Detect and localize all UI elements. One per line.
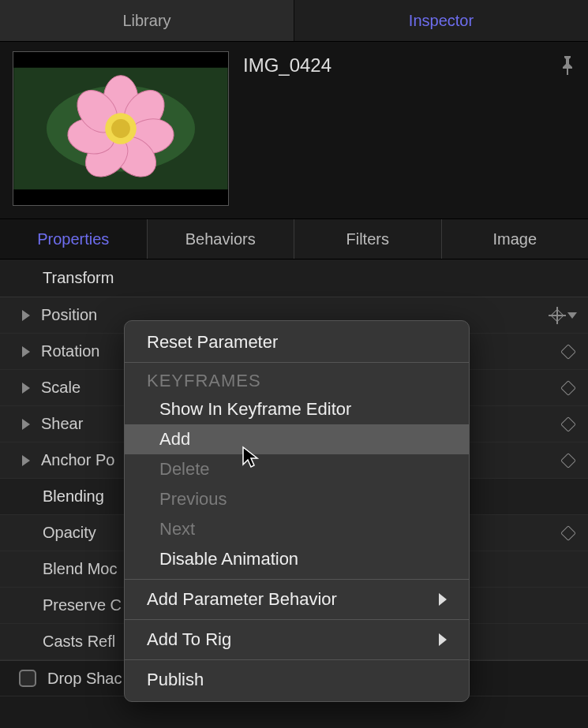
menu-add-parameter-behavior[interactable]: Add Parameter Behavior [125, 584, 469, 614]
keyframe-control[interactable] [563, 455, 577, 466]
row-label: Opacity [43, 524, 96, 542]
row-label: Shear [41, 415, 83, 433]
row-label: Drop Shac [47, 670, 122, 688]
chevron-down-icon[interactable] [567, 312, 577, 319]
chevron-right-icon[interactable] [22, 383, 30, 394]
clip-thumbnail[interactable] [13, 51, 229, 206]
menu-separator [125, 619, 469, 620]
menu-delete-keyframe: Delete [125, 454, 469, 484]
top-tab-bar: Library Inspector [0, 0, 588, 41]
menu-separator [125, 362, 469, 363]
subtab-behaviors[interactable]: Behaviors [148, 219, 295, 259]
section-label: Blending [43, 487, 104, 506]
row-label: Position [41, 306, 97, 324]
menu-next-keyframe: Next [125, 514, 469, 544]
keyframe-diamond-icon [560, 344, 576, 360]
menu-item-label: Add To Rig [147, 629, 231, 650]
inspector-tab-bar: Properties Behaviors Filters Image [0, 218, 588, 259]
section-transform[interactable]: Transform [0, 259, 588, 297]
menu-previous-keyframe: Previous [125, 484, 469, 514]
menu-publish[interactable]: Publish [125, 665, 469, 695]
svg-point-11 [111, 119, 130, 138]
chevron-right-icon [439, 633, 447, 646]
pin-icon[interactable] [560, 54, 575, 80]
row-label: Scale [41, 379, 81, 397]
menu-disable-animation[interactable]: Disable Animation [125, 544, 469, 574]
menu-add-keyframe[interactable]: Add [125, 424, 469, 454]
menu-add-to-rig[interactable]: Add To Rig [125, 625, 469, 655]
chevron-right-icon[interactable] [22, 455, 30, 466]
keyframe-control[interactable] [563, 528, 577, 539]
row-label: Blend Moc [43, 560, 118, 578]
menu-show-in-keyframe-editor[interactable]: Show In Keyframe Editor [125, 394, 469, 424]
tab-inspector[interactable]: Inspector [294, 0, 588, 41]
drop-shadow-checkbox[interactable] [19, 670, 36, 687]
chevron-right-icon[interactable] [22, 346, 30, 357]
chevron-right-icon[interactable] [22, 310, 30, 321]
menu-separator [125, 579, 469, 580]
subtab-image[interactable]: Image [442, 219, 589, 259]
chevron-right-icon [439, 593, 447, 606]
row-label: Preserve C [43, 596, 122, 614]
keyframe-control[interactable] [563, 383, 577, 394]
keyframe-diamond-icon [560, 525, 576, 541]
clip-header: IMG_0424 [0, 41, 588, 218]
chevron-right-icon[interactable] [22, 419, 30, 430]
subtab-filters[interactable]: Filters [294, 219, 442, 259]
row-label: Rotation [41, 342, 100, 360]
keyframe-diamond-icon [560, 416, 576, 432]
keyframe-control[interactable] [563, 419, 577, 430]
clip-name: IMG_0424 [243, 54, 560, 77]
menu-item-label: Add Parameter Behavior [147, 589, 337, 610]
menu-separator [125, 659, 469, 660]
keyframe-diamond-icon [560, 453, 576, 469]
subtab-properties[interactable]: Properties [0, 219, 148, 259]
row-label: Casts Refl [43, 633, 115, 651]
keyframe-diamond-icon [560, 380, 576, 396]
tab-library[interactable]: Library [0, 0, 294, 41]
keyframe-origin-icon [550, 308, 564, 323]
keyframe-control[interactable] [563, 346, 577, 357]
menu-section-label: KEYFRAMES [125, 368, 469, 394]
row-label: Anchor Po [41, 451, 114, 469]
menu-reset-parameter[interactable]: Reset Parameter [125, 327, 469, 357]
animation-context-menu: Reset Parameter KEYFRAMES Show In Keyfra… [124, 320, 470, 702]
keyframe-control[interactable] [550, 308, 577, 323]
